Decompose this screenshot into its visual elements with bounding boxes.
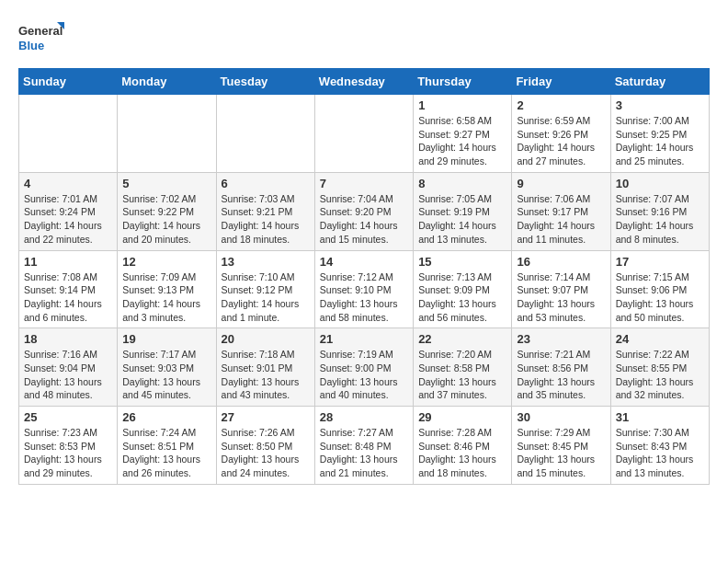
- calendar-day-cell: [216, 95, 314, 173]
- svg-text:Blue: Blue: [18, 39, 44, 52]
- calendar-day-cell: 14Sunrise: 7:12 AM Sunset: 9:10 PM Dayli…: [314, 250, 413, 328]
- calendar-table: SundayMondayTuesdayWednesdayThursdayFrid…: [18, 68, 710, 485]
- calendar-week-row: 18Sunrise: 7:16 AM Sunset: 9:04 PM Dayli…: [19, 328, 710, 407]
- calendar-week-row: 1Sunrise: 6:58 AM Sunset: 9:27 PM Daylig…: [19, 95, 710, 173]
- day-info: Sunrise: 7:12 AM Sunset: 9:10 PM Dayligh…: [320, 270, 408, 325]
- day-number: 26: [122, 410, 210, 424]
- day-info: Sunrise: 7:01 AM Sunset: 9:24 PM Dayligh…: [24, 192, 112, 247]
- day-number: 17: [616, 255, 704, 269]
- day-number: 31: [616, 410, 704, 424]
- calendar-day-cell: 8Sunrise: 7:05 AM Sunset: 9:19 PM Daylig…: [414, 172, 512, 250]
- calendar-day-cell: 25Sunrise: 7:23 AM Sunset: 8:53 PM Dayli…: [19, 407, 118, 485]
- header: General Blue: [18, 18, 710, 59]
- calendar-header-row: SundayMondayTuesdayWednesdayThursdayFrid…: [19, 69, 710, 95]
- calendar-day-cell: 26Sunrise: 7:24 AM Sunset: 8:51 PM Dayli…: [118, 407, 216, 485]
- day-number: 6: [222, 177, 310, 190]
- day-number: 7: [320, 177, 408, 190]
- day-info: Sunrise: 7:27 AM Sunset: 8:48 PM Dayligh…: [320, 426, 408, 480]
- day-info: Sunrise: 7:20 AM Sunset: 8:58 PM Dayligh…: [418, 348, 506, 402]
- day-info: Sunrise: 7:16 AM Sunset: 9:04 PM Dayligh…: [24, 348, 112, 402]
- day-info: Sunrise: 7:29 AM Sunset: 8:45 PM Dayligh…: [517, 426, 605, 480]
- calendar-day-cell: [314, 95, 413, 173]
- day-info: Sunrise: 7:13 AM Sunset: 9:09 PM Dayligh…: [418, 270, 506, 325]
- calendar-day-cell: 17Sunrise: 7:15 AM Sunset: 9:06 PM Dayli…: [610, 250, 709, 328]
- calendar-day-cell: 3Sunrise: 7:00 AM Sunset: 9:25 PM Daylig…: [610, 95, 709, 173]
- day-info: Sunrise: 7:04 AM Sunset: 9:20 PM Dayligh…: [320, 192, 408, 247]
- svg-text:General: General: [18, 24, 63, 38]
- calendar-day-cell: 19Sunrise: 7:17 AM Sunset: 9:03 PM Dayli…: [118, 328, 216, 407]
- day-info: Sunrise: 7:10 AM Sunset: 9:12 PM Dayligh…: [222, 270, 310, 325]
- weekday-header: Tuesday: [216, 69, 314, 95]
- day-info: Sunrise: 7:21 AM Sunset: 8:56 PM Dayligh…: [517, 348, 605, 402]
- day-number: 27: [222, 410, 310, 424]
- weekday-header: Wednesday: [314, 69, 413, 95]
- day-number: 9: [517, 177, 605, 190]
- calendar-day-cell: 29Sunrise: 7:28 AM Sunset: 8:46 PM Dayli…: [414, 407, 512, 485]
- day-number: 4: [24, 177, 112, 190]
- day-number: 12: [122, 255, 210, 269]
- day-number: 18: [24, 332, 112, 346]
- weekday-header: Thursday: [414, 69, 512, 95]
- day-info: Sunrise: 7:18 AM Sunset: 9:01 PM Dayligh…: [222, 348, 310, 402]
- day-number: 13: [222, 255, 310, 269]
- day-info: Sunrise: 7:07 AM Sunset: 9:16 PM Dayligh…: [616, 192, 704, 247]
- day-number: 15: [418, 255, 506, 269]
- calendar-day-cell: [118, 95, 216, 173]
- day-info: Sunrise: 7:26 AM Sunset: 8:50 PM Dayligh…: [222, 426, 310, 480]
- weekday-header: Sunday: [19, 69, 118, 95]
- page-container: General Blue SundayMondayTuesdayWednesda…: [18, 18, 710, 485]
- day-info: Sunrise: 7:15 AM Sunset: 9:06 PM Dayligh…: [616, 270, 704, 325]
- day-info: Sunrise: 7:30 AM Sunset: 8:43 PM Dayligh…: [616, 426, 704, 480]
- calendar-week-row: 11Sunrise: 7:08 AM Sunset: 9:14 PM Dayli…: [19, 250, 710, 328]
- calendar-day-cell: 5Sunrise: 7:02 AM Sunset: 9:22 PM Daylig…: [118, 172, 216, 250]
- day-number: 1: [418, 98, 506, 112]
- calendar-day-cell: 13Sunrise: 7:10 AM Sunset: 9:12 PM Dayli…: [216, 250, 314, 328]
- calendar-day-cell: 20Sunrise: 7:18 AM Sunset: 9:01 PM Dayli…: [216, 328, 314, 407]
- calendar-day-cell: 31Sunrise: 7:30 AM Sunset: 8:43 PM Dayli…: [610, 407, 709, 485]
- day-number: 22: [418, 332, 506, 346]
- day-info: Sunrise: 7:22 AM Sunset: 8:55 PM Dayligh…: [616, 348, 704, 402]
- logo: General Blue: [18, 18, 64, 59]
- calendar-day-cell: 21Sunrise: 7:19 AM Sunset: 9:00 PM Dayli…: [314, 328, 413, 407]
- calendar-day-cell: 10Sunrise: 7:07 AM Sunset: 9:16 PM Dayli…: [610, 172, 709, 250]
- day-number: 14: [320, 255, 408, 269]
- calendar-day-cell: 16Sunrise: 7:14 AM Sunset: 9:07 PM Dayli…: [512, 250, 610, 328]
- day-info: Sunrise: 7:19 AM Sunset: 9:00 PM Dayligh…: [320, 348, 408, 402]
- calendar-week-row: 4Sunrise: 7:01 AM Sunset: 9:24 PM Daylig…: [19, 172, 710, 250]
- weekday-header: Saturday: [610, 69, 709, 95]
- day-info: Sunrise: 7:09 AM Sunset: 9:13 PM Dayligh…: [122, 270, 210, 325]
- calendar-day-cell: 28Sunrise: 7:27 AM Sunset: 8:48 PM Dayli…: [314, 407, 413, 485]
- day-number: 20: [222, 332, 310, 346]
- calendar-day-cell: 1Sunrise: 6:58 AM Sunset: 9:27 PM Daylig…: [414, 95, 512, 173]
- day-number: 3: [616, 98, 704, 112]
- day-number: 5: [122, 177, 210, 190]
- day-info: Sunrise: 7:24 AM Sunset: 8:51 PM Dayligh…: [122, 426, 210, 480]
- day-info: Sunrise: 7:06 AM Sunset: 9:17 PM Dayligh…: [517, 192, 605, 247]
- day-info: Sunrise: 7:17 AM Sunset: 9:03 PM Dayligh…: [122, 348, 210, 402]
- day-number: 11: [24, 255, 112, 269]
- day-number: 25: [24, 410, 112, 424]
- day-number: 21: [320, 332, 408, 346]
- day-info: Sunrise: 7:03 AM Sunset: 9:21 PM Dayligh…: [222, 192, 310, 247]
- logo-svg: General Blue: [18, 18, 64, 59]
- day-info: Sunrise: 7:00 AM Sunset: 9:25 PM Dayligh…: [616, 114, 704, 168]
- day-info: Sunrise: 7:28 AM Sunset: 8:46 PM Dayligh…: [418, 426, 506, 480]
- calendar-day-cell: 7Sunrise: 7:04 AM Sunset: 9:20 PM Daylig…: [314, 172, 413, 250]
- calendar-day-cell: 6Sunrise: 7:03 AM Sunset: 9:21 PM Daylig…: [216, 172, 314, 250]
- calendar-day-cell: 27Sunrise: 7:26 AM Sunset: 8:50 PM Dayli…: [216, 407, 314, 485]
- calendar-day-cell: 30Sunrise: 7:29 AM Sunset: 8:45 PM Dayli…: [512, 407, 610, 485]
- day-number: 24: [616, 332, 704, 346]
- day-info: Sunrise: 7:08 AM Sunset: 9:14 PM Dayligh…: [24, 270, 112, 325]
- day-number: 16: [517, 255, 605, 269]
- day-number: 29: [418, 410, 506, 424]
- calendar-day-cell: 9Sunrise: 7:06 AM Sunset: 9:17 PM Daylig…: [512, 172, 610, 250]
- calendar-day-cell: 24Sunrise: 7:22 AM Sunset: 8:55 PM Dayli…: [610, 328, 709, 407]
- calendar-day-cell: 15Sunrise: 7:13 AM Sunset: 9:09 PM Dayli…: [414, 250, 512, 328]
- day-info: Sunrise: 7:14 AM Sunset: 9:07 PM Dayligh…: [517, 270, 605, 325]
- weekday-header: Friday: [512, 69, 610, 95]
- day-number: 10: [616, 177, 704, 190]
- calendar-day-cell: 22Sunrise: 7:20 AM Sunset: 8:58 PM Dayli…: [414, 328, 512, 407]
- day-info: Sunrise: 7:05 AM Sunset: 9:19 PM Dayligh…: [418, 192, 506, 247]
- calendar-day-cell: 23Sunrise: 7:21 AM Sunset: 8:56 PM Dayli…: [512, 328, 610, 407]
- day-info: Sunrise: 7:02 AM Sunset: 9:22 PM Dayligh…: [122, 192, 210, 247]
